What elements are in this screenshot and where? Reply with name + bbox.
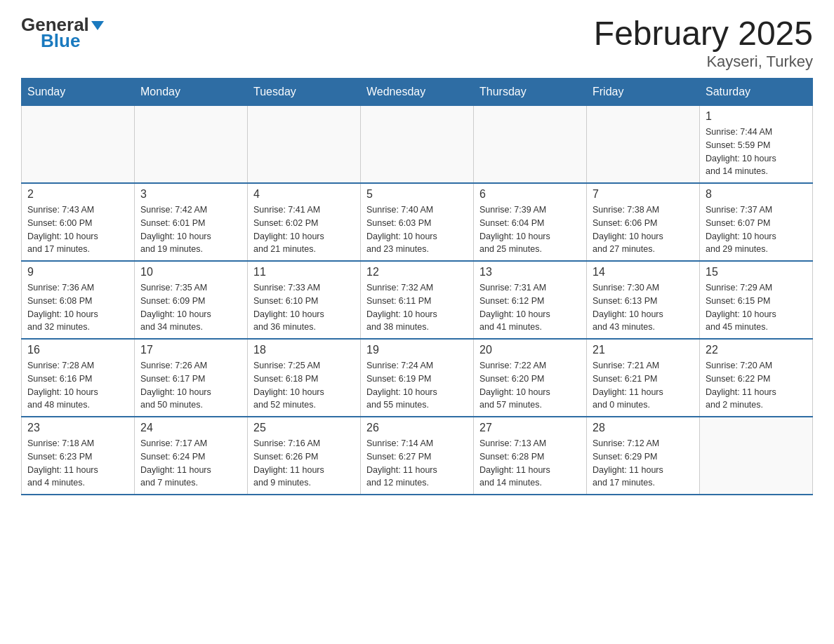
day-number: 20 — [479, 344, 581, 356]
day-info: Sunrise: 7:32 AM Sunset: 6:11 PM Dayligh… — [366, 281, 468, 334]
day-number: 3 — [140, 188, 241, 201]
calendar-day-cell — [474, 106, 587, 184]
day-info: Sunrise: 7:24 AM Sunset: 6:19 PM Dayligh… — [366, 359, 468, 412]
calendar-weekday-header: Tuesday — [248, 79, 361, 106]
logo: General Blue — [21, 14, 104, 52]
day-info: Sunrise: 7:40 AM Sunset: 6:03 PM Dayligh… — [366, 203, 468, 256]
calendar-day-cell — [361, 106, 474, 184]
day-info: Sunrise: 7:30 AM Sunset: 6:13 PM Dayligh… — [593, 281, 694, 334]
calendar-day-cell: 21Sunrise: 7:21 AM Sunset: 6:21 PM Dayli… — [587, 339, 700, 417]
calendar-day-cell — [135, 106, 248, 184]
calendar-day-cell: 2Sunrise: 7:43 AM Sunset: 6:00 PM Daylig… — [22, 183, 135, 261]
day-number: 28 — [593, 422, 694, 434]
day-info: Sunrise: 7:12 AM Sunset: 6:29 PM Dayligh… — [593, 437, 694, 490]
calendar-day-cell — [248, 106, 361, 184]
day-info: Sunrise: 7:22 AM Sunset: 6:20 PM Dayligh… — [479, 359, 581, 412]
day-info: Sunrise: 7:29 AM Sunset: 6:15 PM Dayligh… — [706, 281, 807, 334]
calendar-day-cell: 12Sunrise: 7:32 AM Sunset: 6:11 PM Dayli… — [361, 261, 474, 339]
day-info: Sunrise: 7:25 AM Sunset: 6:18 PM Dayligh… — [253, 359, 355, 412]
calendar-title-section: February 2025 Kayseri, Turkey — [594, 14, 813, 71]
day-info: Sunrise: 7:18 AM Sunset: 6:23 PM Dayligh… — [27, 437, 128, 490]
day-info: Sunrise: 7:33 AM Sunset: 6:10 PM Dayligh… — [253, 281, 355, 334]
day-info: Sunrise: 7:42 AM Sunset: 6:01 PM Dayligh… — [140, 203, 241, 256]
day-number: 9 — [27, 266, 128, 279]
calendar-day-cell — [22, 106, 135, 184]
day-number: 13 — [479, 266, 581, 279]
day-number: 21 — [593, 344, 694, 356]
day-number: 26 — [366, 422, 468, 434]
calendar-subtitle: Kayseri, Turkey — [594, 53, 813, 71]
calendar-day-cell: 27Sunrise: 7:13 AM Sunset: 6:28 PM Dayli… — [474, 417, 587, 495]
day-info: Sunrise: 7:39 AM Sunset: 6:04 PM Dayligh… — [479, 203, 581, 256]
calendar-day-cell: 11Sunrise: 7:33 AM Sunset: 6:10 PM Dayli… — [248, 261, 361, 339]
day-number: 17 — [140, 344, 241, 356]
calendar-day-cell: 3Sunrise: 7:42 AM Sunset: 6:01 PM Daylig… — [135, 183, 248, 261]
calendar-day-cell: 7Sunrise: 7:38 AM Sunset: 6:06 PM Daylig… — [587, 183, 700, 261]
day-number: 5 — [366, 188, 468, 201]
day-number: 22 — [706, 344, 807, 356]
calendar-weekday-header: Thursday — [474, 79, 587, 106]
day-info: Sunrise: 7:14 AM Sunset: 6:27 PM Dayligh… — [366, 437, 468, 490]
calendar-day-cell: 9Sunrise: 7:36 AM Sunset: 6:08 PM Daylig… — [22, 261, 135, 339]
day-number: 12 — [366, 266, 468, 279]
day-number: 1 — [706, 110, 807, 123]
day-info: Sunrise: 7:38 AM Sunset: 6:06 PM Dayligh… — [593, 203, 694, 256]
calendar-day-cell: 17Sunrise: 7:26 AM Sunset: 6:17 PM Dayli… — [135, 339, 248, 417]
calendar-day-cell: 6Sunrise: 7:39 AM Sunset: 6:04 PM Daylig… — [474, 183, 587, 261]
calendar-day-cell: 10Sunrise: 7:35 AM Sunset: 6:09 PM Dayli… — [135, 261, 248, 339]
calendar-weekday-header: Monday — [135, 79, 248, 106]
day-info: Sunrise: 7:41 AM Sunset: 6:02 PM Dayligh… — [253, 203, 355, 256]
day-info: Sunrise: 7:26 AM Sunset: 6:17 PM Dayligh… — [140, 359, 241, 412]
calendar-week-row: 1Sunrise: 7:44 AM Sunset: 5:59 PM Daylig… — [22, 106, 813, 184]
day-number: 24 — [140, 422, 241, 434]
calendar-day-cell: 15Sunrise: 7:29 AM Sunset: 6:15 PM Dayli… — [700, 261, 813, 339]
page-header: General Blue February 2025 Kayseri, Turk… — [21, 14, 813, 71]
day-number: 15 — [706, 266, 807, 279]
calendar-weekday-header: Friday — [587, 79, 700, 106]
calendar-title: February 2025 — [594, 14, 813, 53]
calendar-day-cell: 22Sunrise: 7:20 AM Sunset: 6:22 PM Dayli… — [700, 339, 813, 417]
day-info: Sunrise: 7:13 AM Sunset: 6:28 PM Dayligh… — [479, 437, 581, 490]
day-number: 7 — [593, 188, 694, 201]
calendar-day-cell: 28Sunrise: 7:12 AM Sunset: 6:29 PM Dayli… — [587, 417, 700, 495]
calendar-weekday-header: Saturday — [700, 79, 813, 106]
calendar-weekday-header: Sunday — [22, 79, 135, 106]
calendar-header-row: SundayMondayTuesdayWednesdayThursdayFrid… — [22, 79, 813, 106]
day-number: 11 — [253, 266, 355, 279]
day-number: 18 — [253, 344, 355, 356]
day-number: 25 — [253, 422, 355, 434]
day-info: Sunrise: 7:17 AM Sunset: 6:24 PM Dayligh… — [140, 437, 241, 490]
day-number: 8 — [706, 188, 807, 201]
calendar-week-row: 9Sunrise: 7:36 AM Sunset: 6:08 PM Daylig… — [22, 261, 813, 339]
calendar-day-cell: 23Sunrise: 7:18 AM Sunset: 6:23 PM Dayli… — [22, 417, 135, 495]
calendar-weekday-header: Wednesday — [361, 79, 474, 106]
calendar-week-row: 2Sunrise: 7:43 AM Sunset: 6:00 PM Daylig… — [22, 183, 813, 261]
calendar-day-cell: 13Sunrise: 7:31 AM Sunset: 6:12 PM Dayli… — [474, 261, 587, 339]
day-info: Sunrise: 7:36 AM Sunset: 6:08 PM Dayligh… — [27, 281, 128, 334]
calendar-day-cell: 8Sunrise: 7:37 AM Sunset: 6:07 PM Daylig… — [700, 183, 813, 261]
calendar-day-cell: 26Sunrise: 7:14 AM Sunset: 6:27 PM Dayli… — [361, 417, 474, 495]
calendar-day-cell: 25Sunrise: 7:16 AM Sunset: 6:26 PM Dayli… — [248, 417, 361, 495]
calendar-day-cell: 24Sunrise: 7:17 AM Sunset: 6:24 PM Dayli… — [135, 417, 248, 495]
calendar-day-cell: 5Sunrise: 7:40 AM Sunset: 6:03 PM Daylig… — [361, 183, 474, 261]
day-number: 10 — [140, 266, 241, 279]
calendar-day-cell: 14Sunrise: 7:30 AM Sunset: 6:13 PM Dayli… — [587, 261, 700, 339]
day-info: Sunrise: 7:16 AM Sunset: 6:26 PM Dayligh… — [253, 437, 355, 490]
logo-blue-text: Blue — [41, 30, 80, 52]
day-number: 27 — [479, 422, 581, 434]
day-info: Sunrise: 7:28 AM Sunset: 6:16 PM Dayligh… — [27, 359, 128, 412]
day-info: Sunrise: 7:43 AM Sunset: 6:00 PM Dayligh… — [27, 203, 128, 256]
calendar-day-cell: 19Sunrise: 7:24 AM Sunset: 6:19 PM Dayli… — [361, 339, 474, 417]
day-info: Sunrise: 7:21 AM Sunset: 6:21 PM Dayligh… — [593, 359, 694, 412]
day-info: Sunrise: 7:35 AM Sunset: 6:09 PM Dayligh… — [140, 281, 241, 334]
day-number: 19 — [366, 344, 468, 356]
day-number: 16 — [27, 344, 128, 356]
day-number: 4 — [253, 188, 355, 201]
calendar-day-cell: 4Sunrise: 7:41 AM Sunset: 6:02 PM Daylig… — [248, 183, 361, 261]
day-info: Sunrise: 7:37 AM Sunset: 6:07 PM Dayligh… — [706, 203, 807, 256]
day-number: 14 — [593, 266, 694, 279]
day-number: 23 — [27, 422, 128, 434]
calendar-day-cell: 1Sunrise: 7:44 AM Sunset: 5:59 PM Daylig… — [700, 106, 813, 184]
calendar-day-cell — [587, 106, 700, 184]
day-info: Sunrise: 7:31 AM Sunset: 6:12 PM Dayligh… — [479, 281, 581, 334]
